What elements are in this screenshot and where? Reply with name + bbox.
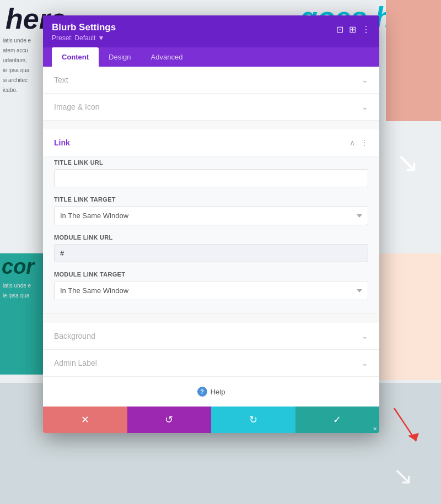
link-header-left: Link (54, 138, 70, 147)
image-icon-section-row[interactable]: Image & Icon ⌄ (43, 94, 379, 121)
admin-label-section-row[interactable]: Admin Label ⌄ (43, 350, 379, 377)
title-link-target-select[interactable]: In The Same Window In The New Window (54, 206, 368, 225)
link-more-icon[interactable]: ⋮ (361, 138, 368, 147)
module-link-url-label: Module Link URL (54, 234, 368, 241)
bg-white-arrow-bottom: ↘ (392, 461, 413, 490)
modal-header: Blurb Settings Preset: Default ▼ ⊡ ⊞ ⋮ (43, 15, 379, 47)
background-chevron-icon: ⌄ (362, 332, 368, 340)
svg-marker-1 (408, 433, 419, 441)
link-section: Link ∧ ⋮ Title Link URL Title Link Targe… (43, 129, 379, 314)
text-section-row[interactable]: Text ⌄ (43, 67, 379, 94)
link-form: Title Link URL Title Link Target In The … (43, 156, 379, 313)
responsive-icon[interactable]: ⊡ (336, 24, 343, 35)
redo-button[interactable]: ↻ (211, 407, 295, 433)
background-section-row[interactable]: Background ⌄ (43, 323, 379, 350)
modal-footer: ✕ ↺ ↻ ✓ ✕ (43, 407, 379, 433)
save-close-icon: ✕ (373, 426, 377, 432)
module-link-target-label: Module Link Target (54, 271, 368, 278)
spacer-1 (43, 121, 379, 129)
layout-icon[interactable]: ⊞ (349, 24, 356, 35)
image-icon-section-label: Image & Icon (54, 102, 100, 111)
cancel-button[interactable]: ✕ (43, 407, 127, 433)
bg-red-arrow (389, 403, 422, 449)
link-section-header[interactable]: Link ∧ ⋮ (43, 129, 379, 156)
text-section-label: Text (54, 75, 68, 84)
admin-label-section-label: Admin Label (54, 359, 97, 367)
text-chevron-icon: ⌄ (362, 75, 368, 84)
module-link-target-select[interactable]: In The Same Window In The New Window (54, 281, 368, 300)
link-chevron-icon[interactable]: ∧ (349, 138, 355, 147)
bg-left-lorem: iatis unde eatem accuudantium,ie ipsa qu… (3, 36, 41, 95)
title-link-url-group: Title Link URL (54, 159, 368, 187)
modal-tabs: Content Design Advanced (43, 47, 379, 67)
tab-advanced[interactable]: Advanced (141, 47, 193, 67)
modal-header-left: Blurb Settings Preset: Default ▼ (52, 22, 116, 42)
save-check-icon: ✓ (333, 414, 341, 426)
modal-preset[interactable]: Preset: Default ▼ (52, 34, 116, 42)
background-section-label: Background (54, 332, 95, 340)
title-link-url-label: Title Link URL (54, 159, 368, 166)
bg-white-arrow-top: ↘ (396, 149, 419, 176)
tab-design[interactable]: Design (99, 47, 141, 67)
modal-title: Blurb Settings (52, 22, 116, 33)
image-icon-chevron-icon: ⌄ (362, 102, 368, 111)
undo-button[interactable]: ↺ (127, 407, 212, 433)
help-icon: ? (197, 387, 207, 397)
module-url-row: 1 (54, 244, 368, 262)
bg-bottom-lorem: iatis unde eie ipsa qua (3, 281, 41, 301)
bg-salmon-block (386, 0, 441, 121)
link-header-icons: ∧ ⋮ (349, 138, 368, 147)
admin-label-chevron-icon: ⌄ (362, 359, 368, 367)
more-icon[interactable]: ⋮ (362, 24, 370, 35)
blurb-settings-modal: Blurb Settings Preset: Default ▼ ⊡ ⊞ ⋮ C… (43, 15, 379, 433)
help-row[interactable]: ? Help (43, 377, 379, 407)
module-link-target-group: Module Link Target In The Same Window In… (54, 271, 368, 300)
title-link-target-group: Title Link Target In The Same Window In … (54, 196, 368, 225)
spacer-2 (43, 314, 379, 323)
link-section-title: Link (54, 138, 70, 147)
bg-cor-text: cor (2, 256, 34, 277)
title-link-target-label: Title Link Target (54, 196, 368, 203)
preset-dropdown-arrow: ▼ (98, 34, 104, 42)
module-link-url-input[interactable] (54, 244, 368, 262)
title-link-url-input[interactable] (54, 169, 368, 187)
help-text: Help (211, 388, 225, 396)
tab-content[interactable]: Content (52, 47, 99, 67)
save-button[interactable]: ✓ ✕ (295, 407, 380, 433)
preset-label: Preset: Default (52, 34, 95, 42)
module-link-url-group: Module Link URL 1 (54, 234, 368, 262)
modal-header-icons: ⊡ ⊞ ⋮ (336, 24, 370, 35)
modal-body: Text ⌄ Image & Icon ⌄ Link ∧ ⋮ (43, 67, 379, 407)
bg-light-block (369, 253, 441, 380)
